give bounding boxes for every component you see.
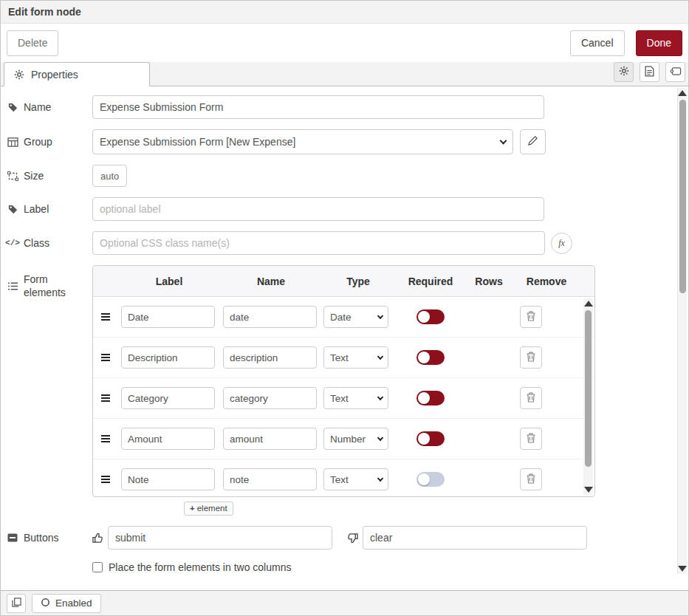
group-select-wrap: Expense Submission Form [New Expense] [92,129,513,154]
element-name-input[interactable] [223,346,317,369]
name-label: Name [7,100,92,114]
size-field-row: Size auto [7,165,671,187]
drag-handle-icon[interactable] [100,475,111,484]
panel-scrollbar-thumb[interactable] [679,100,686,293]
code-icon: </> [7,239,18,247]
group-select[interactable]: Expense Submission Form [New Expense] [92,129,513,154]
drag-handle-icon[interactable] [100,434,111,443]
element-label-input[interactable] [121,468,215,490]
edit-group-button[interactable] [520,129,546,154]
two-columns-row: Place the form elements in two columns [92,561,688,573]
trash-icon [527,433,535,445]
element-name-input[interactable] [223,306,317,328]
required-toggle[interactable] [417,350,445,365]
group-field-row: Group Expense Submission Form [New Expen… [7,129,671,154]
trash-icon [527,352,535,364]
element-type-select-wrap: Number [323,428,388,450]
enabled-toggle-button[interactable]: Enabled [32,594,101,613]
name-input[interactable] [92,95,544,119]
form-element-row: Date [93,297,594,338]
scroll-down-arrow[interactable] [584,487,593,493]
dialog-title: Edit form node [8,6,81,18]
dynamic-class-button[interactable]: fx [551,233,572,254]
element-name-input[interactable] [223,387,317,409]
done-button[interactable]: Done [636,30,682,56]
size-button[interactable]: auto [92,165,127,187]
document-icon [645,66,654,79]
toggle-knob [418,473,430,485]
table-icon [7,137,18,147]
element-type-select[interactable]: Number [323,428,388,450]
form-elements-header: Label Name Type Required Rows Remove [93,266,594,297]
tab-properties[interactable]: Properties [4,62,150,86]
delete-button[interactable]: Delete [7,30,58,56]
element-label-input[interactable] [121,387,215,409]
description-button[interactable] [640,62,659,82]
delete-element-button[interactable] [520,428,542,450]
form-elements-scrollbar[interactable] [583,298,593,495]
trash-icon [527,311,535,324]
copy-node-button[interactable] [7,594,26,613]
class-label: </> Class [7,236,92,250]
form-elements-rows: Date Text [93,297,594,496]
delete-element-button[interactable] [520,306,542,328]
edit-form-node-dialog: Edit form node Delete Cancel Done Proper… [0,0,689,616]
tab-properties-label: Properties [31,69,78,81]
appearance-button[interactable] [665,62,685,82]
required-toggle[interactable] [417,431,445,446]
panel-scroll-up-arrow[interactable] [678,90,687,96]
toggle-knob [418,311,430,323]
element-type-select[interactable]: Text [323,346,388,369]
drag-handle-icon[interactable] [100,353,111,362]
element-type-select-wrap: Text [323,387,388,409]
element-type-select[interactable]: Text [323,387,388,409]
scroll-up-arrow[interactable] [584,301,593,307]
tab-actions [614,62,688,82]
buttons-field-row: Buttons [7,526,671,550]
element-type-select-wrap: Text [323,468,388,490]
list-icon [7,281,18,291]
class-field-row: </> Class fx [7,231,671,255]
drag-handle-icon[interactable] [100,312,111,321]
form-element-row: Number [93,419,594,459]
two-columns-checkbox[interactable] [92,562,103,572]
name-field-row: Name [7,95,671,119]
column-header-rows: Rows [467,276,511,287]
form-element-row: Text [93,459,594,496]
toggle-knob [418,352,430,363]
column-header-name: Name [220,276,322,287]
copy-icon [12,598,21,609]
label-input[interactable] [92,197,544,221]
drag-handle-icon[interactable] [100,394,111,403]
scrollbar-thumb[interactable] [585,310,592,467]
element-label-input[interactable] [121,306,215,328]
element-label-input[interactable] [121,346,215,369]
required-toggle[interactable] [417,309,445,324]
panel-scroll-down-arrow[interactable] [678,566,687,572]
delete-element-button[interactable] [520,387,542,409]
element-type-select[interactable]: Text [323,468,388,490]
trash-icon [527,392,535,405]
dialog-header: Edit form node [1,1,688,24]
required-toggle[interactable] [417,391,445,405]
element-name-input[interactable] [223,468,317,490]
delete-element-button[interactable] [520,468,542,490]
class-input[interactable] [92,231,545,255]
cancel-button[interactable]: Cancel [570,30,625,56]
submit-button-text-input[interactable] [108,526,332,550]
delete-element-button[interactable] [520,346,542,369]
element-type-select[interactable]: Date [323,306,388,328]
element-label-input[interactable] [121,428,215,450]
add-element-button[interactable]: +element [184,502,233,516]
panel-scrollbar[interactable] [677,88,687,574]
required-toggle[interactable] [417,472,445,487]
clear-button-text-input[interactable] [363,526,587,550]
element-name-input[interactable] [223,428,317,450]
column-header-remove: Remove [511,276,582,287]
button-icon [7,533,18,542]
form-elements-table: Label Name Type Required Rows Remove Dat… [92,265,595,497]
node-settings-button[interactable] [614,62,634,82]
label-label: Label [7,202,92,216]
dialog-footer: Enabled [1,590,688,615]
form-elements-label: Form elements [7,273,92,299]
